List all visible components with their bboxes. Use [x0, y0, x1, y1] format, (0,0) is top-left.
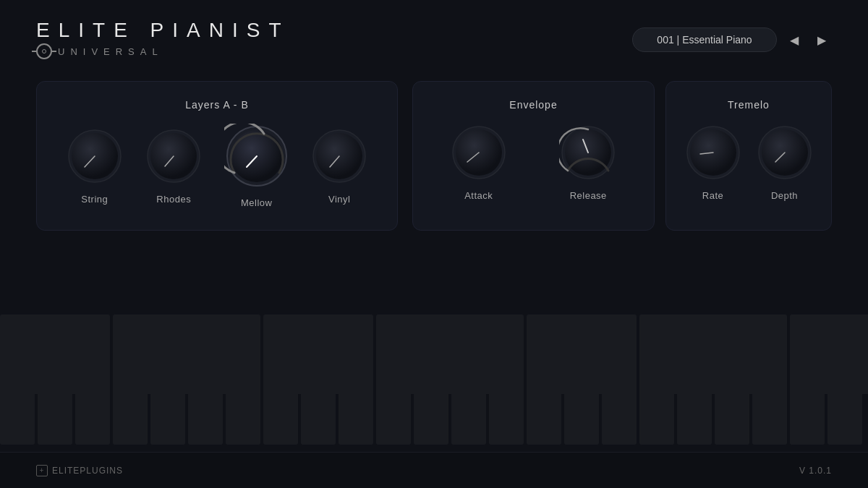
layers-section-label: Layers A - B [59, 99, 375, 111]
header: ELITE PIANIST UNIVERSAL 001 | Essential … [0, 0, 868, 74]
attack-knob[interactable] [450, 124, 508, 181]
footer: ELITEPLUGINS V 1.0.1 [0, 452, 868, 488]
envelope-section: Envelope [412, 81, 655, 231]
svg-rect-32 [475, 314, 499, 394]
tremelo-section: Tremelo [665, 81, 832, 231]
svg-rect-28 [286, 314, 311, 394]
rate-label: Rate [702, 190, 723, 201]
logo-icon-inner [42, 49, 46, 53]
svg-rect-27 [211, 314, 236, 394]
depth-knob[interactable] [756, 124, 814, 181]
rate-knob-item: Rate [684, 124, 742, 201]
string-knob[interactable] [66, 127, 124, 185]
string-label: String [81, 194, 108, 205]
svg-rect-35 [663, 314, 687, 394]
attack-knob-item: Attack [450, 124, 508, 201]
mellow-knob-item: Mellow [224, 124, 289, 208]
rhodes-knob[interactable] [145, 127, 203, 185]
svg-rect-33 [550, 314, 574, 394]
preset-prev-button[interactable]: ◀ [784, 30, 804, 50]
mellow-label: Mellow [241, 197, 272, 208]
svg-rect-31 [437, 314, 461, 394]
preset-next-button[interactable]: ▶ [812, 30, 832, 50]
vinyl-knob-item: Vinyl [310, 127, 368, 205]
preset-display[interactable]: 001 | Essential Piano [632, 27, 777, 52]
tremelo-section-label: Tremelo [681, 99, 817, 111]
depth-knob-item: Depth [756, 124, 814, 201]
svg-rect-38 [813, 314, 838, 394]
layers-knobs-row: String [59, 124, 375, 208]
envelope-knobs-row: Attack [427, 124, 639, 201]
logo-icon [36, 43, 52, 59]
footer-version: V 1.0.1 [799, 466, 832, 476]
string-knob-item: String [66, 127, 124, 205]
rhodes-label: Rhodes [156, 194, 191, 205]
svg-rect-29 [324, 314, 349, 394]
logo-subtitle: UNIVERSAL [36, 43, 290, 59]
footer-brand: ELITEPLUGINS [52, 466, 123, 476]
footer-logo: ELITEPLUGINS [36, 465, 123, 476]
envelope-panel: Envelope [412, 81, 832, 231]
svg-rect-37 [738, 314, 762, 394]
vinyl-label: Vinyl [328, 194, 350, 205]
main-content: Layers A - B [0, 74, 868, 238]
tremelo-knobs-row: Rate [681, 124, 817, 201]
svg-rect-39 [851, 314, 868, 394]
svg-rect-23 [23, 314, 48, 394]
release-label: Release [570, 190, 607, 201]
logo-subtitle-text: UNIVERSAL [58, 46, 163, 57]
logo-area: ELITE PIANIST UNIVERSAL [36, 20, 290, 59]
svg-rect-36 [700, 314, 725, 394]
eliteplugins-icon [36, 465, 48, 476]
rate-knob[interactable] [684, 124, 742, 181]
release-knob[interactable] [559, 124, 617, 181]
rhodes-knob-item: Rhodes [145, 127, 203, 205]
layers-panel: Layers A - B [36, 81, 398, 231]
mellow-knob[interactable] [224, 124, 289, 189]
svg-rect-24 [61, 314, 85, 394]
svg-rect-34 [587, 314, 612, 394]
depth-label: Depth [771, 190, 798, 201]
attack-label: Attack [464, 190, 493, 201]
envelope-section-label: Envelope [427, 99, 639, 111]
svg-rect-30 [399, 314, 424, 394]
vinyl-knob[interactable] [310, 127, 368, 185]
svg-rect-25 [136, 314, 161, 394]
piano-watermark [0, 300, 868, 445]
logo-title: ELITE PIANIST [36, 20, 290, 40]
svg-rect-26 [174, 314, 198, 394]
release-knob-item: Release [559, 124, 617, 201]
preset-selector: 001 | Essential Piano ◀ ▶ [632, 27, 832, 52]
